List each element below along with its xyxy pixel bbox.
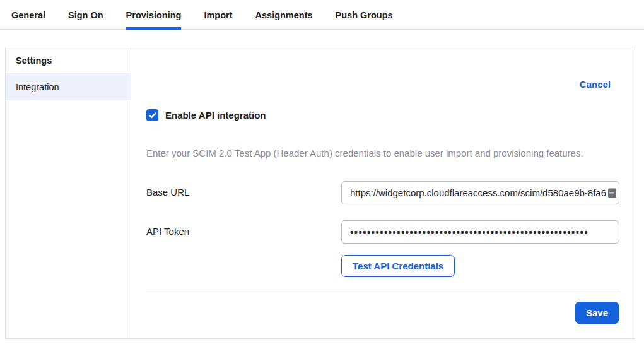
form-header-actions: Cancel: [146, 79, 619, 90]
tab-provisioning[interactable]: Provisioning: [126, 0, 182, 30]
tab-sign-on[interactable]: Sign On: [68, 0, 103, 30]
enable-api-integration-checkbox[interactable]: [146, 109, 158, 121]
enable-api-integration-row: Enable API integration: [146, 109, 619, 121]
base-url-label: Base URL: [146, 181, 341, 204]
tab-assignments[interactable]: Assignments: [255, 0, 313, 30]
tab-push-groups[interactable]: Push Groups: [336, 0, 393, 30]
base-url-row: Base URL: [146, 181, 619, 204]
sidebar-heading: Settings: [6, 47, 131, 74]
test-credentials-row: Test API Credentials: [146, 255, 619, 277]
credentials-description: Enter your SCIM 2.0 Test App (Header Aut…: [146, 148, 619, 158]
base-url-input[interactable]: [341, 181, 619, 204]
checkmark-icon: [149, 112, 156, 119]
test-api-credentials-button[interactable]: Test API Credentials: [341, 255, 455, 277]
settings-sidebar: Settings Integration: [6, 47, 131, 338]
tab-import[interactable]: Import: [204, 0, 232, 30]
api-token-row: API Token: [146, 220, 619, 244]
form-footer-divider: [146, 290, 619, 290]
tab-general[interactable]: General: [11, 0, 45, 30]
integration-settings-form: Cancel Enable API integration Enter your…: [131, 47, 635, 338]
enable-api-integration-label: Enable API integration: [165, 110, 266, 121]
text-cursor-marker: [608, 188, 616, 198]
api-token-label: API Token: [146, 220, 341, 244]
api-token-input[interactable]: [341, 220, 619, 244]
cancel-button[interactable]: Cancel: [580, 79, 611, 90]
base-url-input-wrap: [341, 181, 619, 204]
app-tab-bar: General Sign On Provisioning Import Assi…: [0, 0, 644, 30]
save-button[interactable]: Save: [575, 302, 619, 324]
sidebar-item-integration[interactable]: Integration: [6, 74, 131, 100]
api-token-input-wrap: [341, 220, 619, 244]
form-footer-actions: Save: [146, 302, 619, 324]
provisioning-panel: Settings Integration Cancel Enable API i…: [5, 47, 635, 339]
